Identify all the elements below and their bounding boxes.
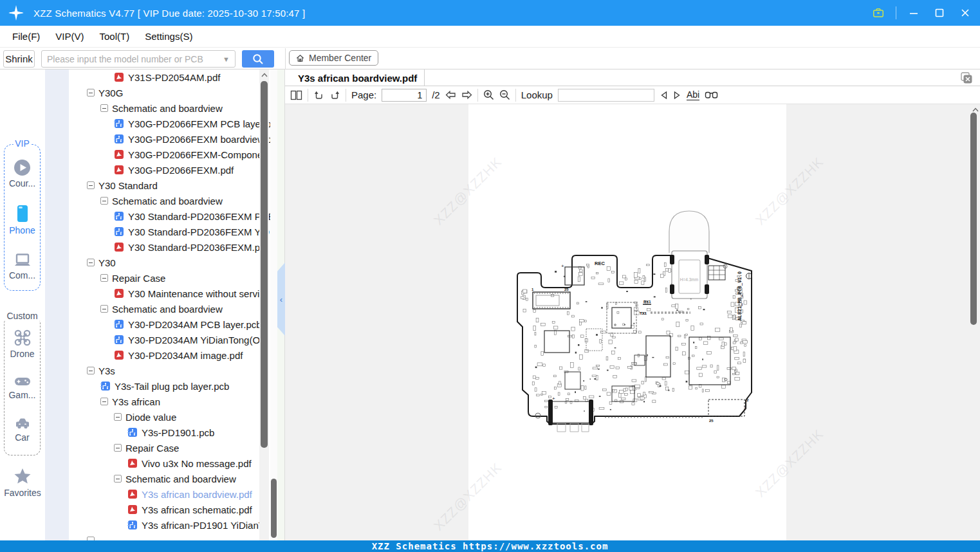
tree-item[interactable]: Y31S-PD2054AM.pdf — [69, 69, 277, 85]
sidebar-item-computer[interactable]: Com... — [5, 253, 40, 281]
zoom-out-icon[interactable] — [499, 88, 510, 102]
model-search-input[interactable] — [42, 54, 223, 64]
previous-page-icon[interactable] — [445, 88, 456, 102]
maximize-button[interactable] — [931, 5, 948, 21]
close-document-icon[interactable] — [960, 71, 973, 84]
tree-item[interactable]: Y30G — [69, 85, 277, 100]
sidebar-item-label: Favorites — [4, 488, 41, 498]
scroll-up-icon[interactable] — [970, 106, 980, 113]
tree-item[interactable]: Y30 Standard — [69, 178, 277, 193]
pdf-icon — [114, 72, 124, 82]
shrink-button[interactable]: Shrink — [3, 50, 35, 68]
menu-vip[interactable]: VIP(V) — [48, 31, 91, 42]
collapse-icon[interactable] — [100, 305, 108, 313]
tree-item[interactable]: Y30 Standard-PD2036FEXM.pdf — [69, 239, 277, 255]
collapse-icon[interactable] — [100, 398, 108, 405]
tree-scrollbar[interactable] — [259, 69, 269, 540]
collapse-icon[interactable] — [87, 89, 95, 97]
close-button[interactable] — [957, 5, 974, 21]
sidebar-item-drone[interactable]: Drone — [5, 329, 40, 359]
collapse-icon[interactable] — [114, 475, 122, 483]
tree-scrollbar-thumb[interactable] — [261, 81, 268, 448]
sidebar-item-course[interactable]: Cour... — [5, 159, 40, 189]
tree-item[interactable]: Y3s african — [69, 394, 277, 409]
collapse-icon[interactable] — [87, 367, 95, 374]
collapse-icon[interactable] — [100, 274, 108, 282]
panel-scrollbar[interactable] — [270, 69, 277, 540]
tree-item[interactable]: Y30-PD2034AM PCB layer.pcb — [69, 317, 277, 332]
tree-item[interactable]: Y30 Standard-PD2036FEXM YiD — [69, 224, 277, 239]
sidebar-item-favorites[interactable]: Favorites — [0, 467, 45, 498]
tree-item[interactable]: Schematic and boardview — [69, 471, 277, 486]
tree-item[interactable]: Schematic and boardview — [69, 100, 277, 116]
tree-item[interactable]: Repair Case — [69, 270, 277, 286]
tree-item[interactable]: Y30 Standard-PD2036FEXM PCB — [69, 208, 277, 224]
scroll-up-icon[interactable] — [259, 71, 269, 78]
pcb-icon — [114, 226, 124, 237]
pdf-scrollbar-thumb[interactable] — [970, 113, 977, 325]
tree-item[interactable]: Y30G-PD2066FEXM PCB layer.pcb — [69, 116, 277, 131]
panel-scrollbar-thumb[interactable] — [271, 479, 277, 538]
pdf-scrollbar[interactable] — [968, 104, 979, 540]
two-page-view-icon[interactable] — [290, 88, 302, 102]
collapse-icon[interactable] — [114, 413, 122, 421]
tree-item[interactable]: Y30 Maintenance without servic — [69, 286, 277, 301]
tab-document[interactable]: Y3s african boardview.pdf — [285, 69, 425, 86]
pdf-icon — [114, 242, 124, 252]
tree-item[interactable]: Y30-PD2034AM YiDianTong(OL — [69, 332, 277, 347]
tree-item[interactable]: Y30G-PD2066FEXM.pdf — [69, 162, 277, 178]
menu-file[interactable]: File(F) — [5, 31, 48, 42]
rotate-right-icon[interactable] — [329, 88, 340, 102]
tree-item-label: Schematic and boardview — [112, 103, 223, 114]
collapse-icon[interactable] — [114, 444, 122, 452]
tree-item[interactable]: Y3s african boardview.pdf — [69, 486, 277, 502]
lookup-input[interactable] — [558, 89, 654, 102]
collapse-panel-handle[interactable]: ‹ — [277, 262, 285, 336]
tree-item[interactable]: Y30G-PD2066FEXM boardview.pcb — [69, 131, 277, 147]
tree-item-label: Y30G-PD2066FEXM boardview.pcb — [128, 134, 277, 145]
pcb-icon — [114, 118, 124, 129]
tree-item-label: Y3s african-PD1901 YiDianTc — [142, 520, 268, 531]
match-case-button[interactable]: Abi — [687, 90, 699, 100]
tree-item[interactable]: Y30-PD2034AM image.pdf — [69, 347, 277, 363]
panel-splitter[interactable]: ‹ — [277, 69, 285, 540]
sidebar-item-game[interactable]: Gam... — [5, 375, 40, 400]
tree-item[interactable] — [69, 533, 277, 540]
vip-briefcase-icon[interactable] — [870, 5, 887, 21]
collapse-icon[interactable] — [100, 197, 108, 205]
menu-tool[interactable]: Tool(T) — [92, 31, 138, 42]
find-next-icon[interactable] — [673, 88, 681, 102]
tree-item[interactable]: Vivo u3x No message.pdf — [69, 455, 277, 471]
menu-settings[interactable]: Settings(S) — [137, 31, 200, 42]
page-number-input[interactable] — [382, 89, 427, 102]
tree-item[interactable]: Schematic and boardview — [69, 301, 277, 317]
sidebar-item-car[interactable]: Car — [5, 415, 40, 443]
drone-icon — [14, 329, 32, 347]
search-button[interactable] — [242, 50, 274, 68]
zoom-in-icon[interactable] — [483, 88, 494, 102]
tree-item[interactable]: Y3s african-PD1901 YiDianTc — [69, 517, 277, 533]
collapse-icon[interactable] — [87, 259, 95, 266]
tree-item[interactable]: Y3s-Tail plug pcb layer.pcb — [69, 378, 277, 394]
tree-item[interactable]: Repair Case — [69, 440, 277, 455]
sidebar-item-phone[interactable]: Phone — [5, 204, 40, 235]
highlight-all-icon[interactable] — [705, 88, 718, 102]
tree-item[interactable]: Y30 — [69, 255, 277, 270]
next-page-icon[interactable] — [461, 88, 472, 102]
tree-item-label: Y30 Maintenance without servic — [128, 288, 264, 299]
collapse-icon[interactable] — [87, 181, 95, 189]
chevron-down-icon[interactable]: ▼ — [223, 55, 235, 63]
tab-label: Y3s african boardview.pdf — [298, 73, 417, 84]
tree-item[interactable]: Y3s-PD1901.pcb — [69, 425, 277, 440]
tree-item[interactable]: Schematic and boardview — [69, 193, 277, 208]
tree-item[interactable]: Y3s african schematic.pdf — [69, 502, 277, 517]
pdf-viewer[interactable]: H=4.3mm REC + 1 25 — [285, 104, 980, 540]
collapse-icon[interactable] — [100, 104, 108, 112]
tree-item[interactable]: Diode value — [69, 409, 277, 425]
member-center-button[interactable]: Member Center — [289, 50, 378, 66]
find-previous-icon[interactable] — [660, 88, 668, 102]
tree-item[interactable]: Y30G-PD2066FEXM-Componen — [69, 147, 277, 162]
minimize-button[interactable] — [905, 5, 922, 21]
rotate-left-icon[interactable] — [313, 88, 324, 102]
tree-item[interactable]: Y3s — [69, 363, 277, 378]
